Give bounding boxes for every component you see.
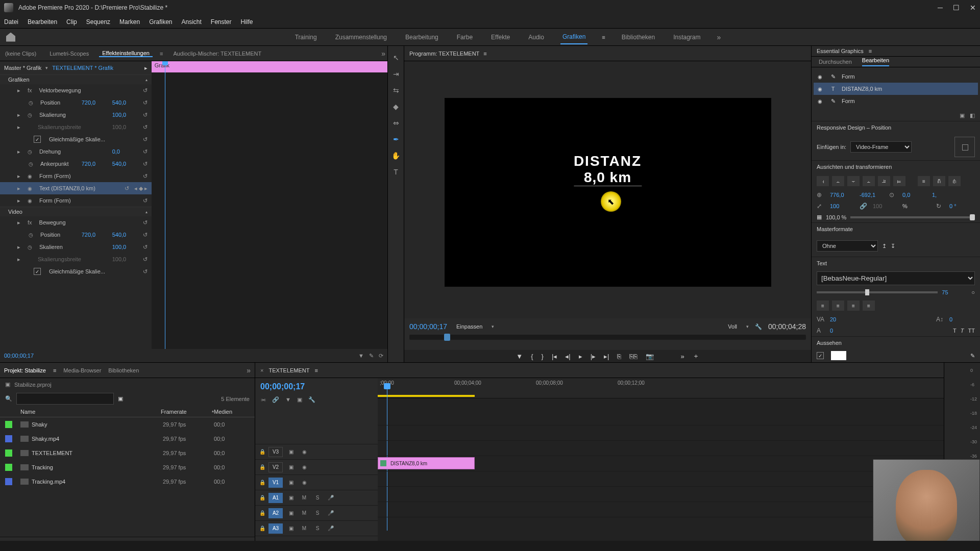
- eg-kern[interactable]: 0: [830, 328, 855, 334]
- reset-icon[interactable]: ↺: [143, 124, 148, 131]
- collapse-icon[interactable]: ▴: [145, 78, 148, 82]
- resolution-select[interactable]: Voll: [725, 322, 740, 331]
- expand-icon[interactable]: ▸: [17, 256, 20, 263]
- razor-tool[interactable]: ◆: [391, 102, 401, 111]
- ws-assembly[interactable]: Zusammenstellung: [333, 31, 389, 44]
- eye-icon[interactable]: ◉: [818, 98, 822, 104]
- work-area-bar[interactable]: [378, 395, 475, 397]
- tab-project[interactable]: Projekt: Stabilize: [4, 367, 46, 373]
- add-marker-icon[interactable]: ▼: [516, 353, 523, 360]
- mark-out-icon[interactable]: }: [542, 353, 544, 360]
- timeline-clip[interactable]: DISTANZ8,0 km: [378, 457, 475, 469]
- layer-form-1[interactable]: ◉✎Form: [814, 70, 978, 83]
- reset-icon[interactable]: ↺: [143, 99, 148, 106]
- track-v1[interactable]: 🔒V1▣◉: [255, 474, 378, 490]
- track-lane-v3[interactable]: [378, 425, 944, 440]
- text-align-left[interactable]: ≡: [817, 300, 829, 311]
- filter-icon[interactable]: ▣: [118, 395, 123, 402]
- snap-icon[interactable]: ⫘: [260, 396, 266, 403]
- reset-icon[interactable]: ↺: [143, 219, 148, 226]
- font-size[interactable]: 75: [942, 289, 967, 295]
- close-icon[interactable]: ✕: [970, 4, 976, 12]
- eye-icon[interactable]: ◉: [28, 198, 32, 204]
- appearance-header[interactable]: Aussehen: [812, 336, 980, 349]
- track-a2[interactable]: 🔒A2▣MS🎤: [255, 505, 378, 520]
- pos-x[interactable]: 720,0: [82, 99, 107, 106]
- stopwatch-icon[interactable]: ◷: [29, 161, 33, 167]
- expand-icon[interactable]: ▸: [17, 124, 20, 131]
- link-icon[interactable]: 🔗: [860, 203, 869, 210]
- menu-clip[interactable]: Clip: [66, 18, 77, 26]
- reset-icon[interactable]: ↺: [125, 185, 129, 192]
- eg-anc-x[interactable]: 0,0: [902, 192, 928, 198]
- project-row[interactable]: Shaky.mp429,97 fps00;0: [0, 432, 255, 446]
- step-back-icon[interactable]: ◂|: [565, 353, 570, 360]
- filter-icon[interactable]: ▼: [358, 353, 364, 359]
- menu-bearbeiten[interactable]: Bearbeiten: [28, 18, 57, 26]
- effect-timecode[interactable]: 00;00;00;17: [4, 353, 34, 359]
- tab-lumetri[interactable]: Lumetri-Scopes: [46, 51, 92, 57]
- home-icon[interactable]: [6, 33, 15, 42]
- expand-icon[interactable]: ▸: [17, 219, 20, 226]
- pen-tool[interactable]: ✒: [391, 135, 401, 144]
- settings-icon[interactable]: ▣: [297, 396, 302, 403]
- write-icon[interactable]: ✎: [369, 353, 374, 359]
- ws-overflow-icon[interactable]: »: [717, 33, 721, 41]
- uniform-scale-checkbox2[interactable]: [34, 268, 41, 275]
- eg-tab-browse[interactable]: Durchsuchen: [819, 59, 852, 65]
- eg-anc-y[interactable]: 1,: [932, 192, 958, 198]
- master-label[interactable]: Master * Grafik: [4, 65, 41, 71]
- layer-text-distanz[interactable]: ◉TDISTANZ8,0 km: [814, 83, 978, 95]
- panel-menu-icon[interactable]: ≡: [869, 48, 872, 54]
- anc-y[interactable]: 540,0: [112, 161, 138, 167]
- pin-widget[interactable]: [954, 137, 975, 157]
- ws-effects[interactable]: Effekte: [489, 31, 512, 44]
- mute-icon[interactable]: M: [299, 495, 309, 500]
- bin-icon[interactable]: ▣: [5, 381, 10, 388]
- project-row[interactable]: Tracking.mp429,97 fps00;0: [0, 474, 255, 489]
- eye-icon[interactable]: ◉: [28, 173, 32, 179]
- minimize-icon[interactable]: ─: [938, 4, 943, 12]
- pin-to-select[interactable]: Video-Frame: [850, 141, 912, 153]
- reset-icon[interactable]: ↺: [143, 136, 148, 143]
- solo-icon[interactable]: S: [312, 525, 323, 531]
- chevron-down-icon[interactable]: ▾: [45, 65, 48, 70]
- ws-instagram[interactable]: Instagram: [671, 31, 702, 44]
- program-scrubber[interactable]: [409, 335, 806, 340]
- sequence-name[interactable]: TEXTELEMENT: [268, 367, 309, 373]
- panel-overflow-icon[interactable]: »: [381, 49, 385, 58]
- expand-icon[interactable]: ▸: [17, 197, 20, 204]
- scale-v[interactable]: 100,0: [112, 112, 138, 118]
- font-size-slider[interactable]: [817, 291, 938, 293]
- selection-tool[interactable]: ↖: [391, 53, 401, 62]
- track-lane-a3[interactable]: [378, 502, 944, 517]
- wrench-icon[interactable]: 🔧: [755, 323, 762, 330]
- reset-icon[interactable]: ↺: [143, 244, 148, 251]
- menu-datei[interactable]: Datei: [4, 18, 18, 26]
- skal2-v[interactable]: 100,0: [112, 244, 138, 250]
- type-tool[interactable]: T: [391, 167, 401, 177]
- faux-italic-icon[interactable]: T: [961, 328, 964, 334]
- text-header[interactable]: Text: [812, 257, 980, 269]
- program-timecode[interactable]: 00;00;00;17: [409, 322, 447, 331]
- track-tag[interactable]: V1: [268, 478, 283, 488]
- prop-text[interactable]: Text (DISTANZ8,0 km): [39, 185, 119, 191]
- track-tag[interactable]: A3: [268, 523, 283, 534]
- go-in-icon[interactable]: |◂: [552, 353, 557, 360]
- master-style-select[interactable]: Ohne: [817, 240, 878, 252]
- prop-form1[interactable]: Form (Form): [39, 173, 138, 179]
- track-select-tool[interactable]: ⇥: [391, 69, 401, 79]
- ripple-edit-tool[interactable]: ⇆: [391, 86, 401, 95]
- prop-bewegung[interactable]: Bewegung: [39, 219, 138, 226]
- allcaps-icon[interactable]: TT: [968, 328, 975, 334]
- align-header[interactable]: Ausrichten und transformieren: [812, 160, 980, 173]
- expand-icon[interactable]: ▸: [17, 148, 20, 155]
- track-tag[interactable]: A2: [268, 508, 283, 518]
- toggle-output-icon[interactable]: ▣: [286, 464, 296, 470]
- eg-scale[interactable]: 100: [830, 203, 855, 209]
- eye-icon[interactable]: ◉: [299, 449, 309, 455]
- ws-training[interactable]: Training: [293, 31, 319, 44]
- reset-icon[interactable]: ↺: [143, 197, 148, 204]
- expand-icon[interactable]: ▸: [17, 185, 20, 192]
- pos2-x[interactable]: 720,0: [82, 232, 107, 238]
